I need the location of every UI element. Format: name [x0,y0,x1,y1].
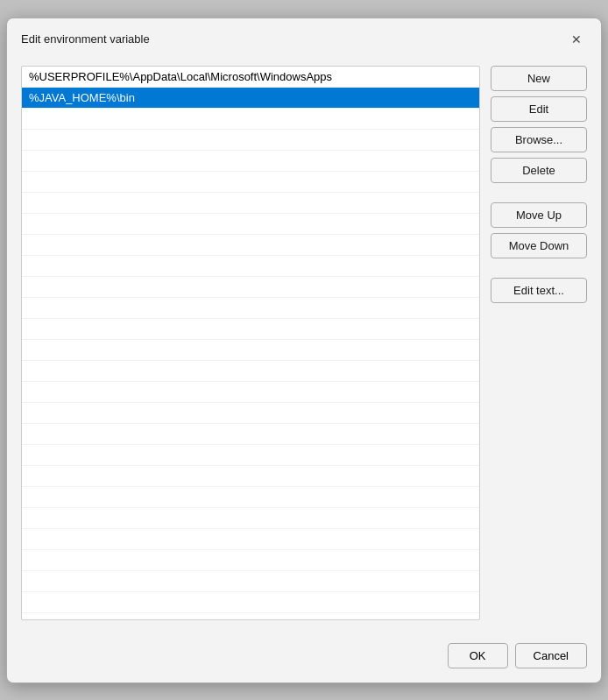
close-button[interactable]: ✕ [566,29,587,50]
list-empty-row [22,550,479,571]
list-empty-row [22,277,479,298]
list-empty-row [22,340,479,361]
list-empty-row [22,172,479,193]
list-empty-row [22,193,479,214]
edit-button[interactable]: Edit [491,96,587,122]
env-list-container[interactable]: %USERPROFILE%\AppData\Local\Microsoft\Wi… [21,66,480,620]
ok-button[interactable]: OK [448,643,508,668]
spacer-1 [491,188,587,197]
move-down-button[interactable]: Move Down [491,233,587,258]
list-item[interactable]: %JAVA_HOME%\bin [22,88,479,109]
dialog-title: Edit environment variable [21,32,150,46]
list-empty-row [22,466,479,487]
spacer-2 [491,264,587,272]
list-item[interactable]: %USERPROFILE%\AppData\Local\Microsoft\Wi… [22,67,479,88]
move-up-button[interactable]: Move Up [491,202,587,228]
cancel-button[interactable]: Cancel [515,643,587,668]
list-empty-row [22,151,479,172]
list-empty-row [22,571,479,592]
list-empty-row [22,214,479,235]
new-button[interactable]: New [491,66,587,91]
list-empty-row [22,529,479,550]
dialog-footer: OK Cancel [7,634,601,682]
list-empty-row [22,508,479,529]
list-empty-row [22,424,479,445]
main-content: %USERPROFILE%\AppData\Local\Microsoft\Wi… [7,57,601,634]
buttons-panel: New Edit Browse... Delete Move Up Move D… [491,66,587,620]
list-empty-row [22,382,479,403]
list-empty-row [22,109,479,130]
list-empty-row [22,361,479,382]
browse-button[interactable]: Browse... [491,127,587,152]
list-empty-row [22,130,479,151]
list-empty-row [22,592,479,613]
list-empty-row [22,298,479,319]
list-empty-row [22,487,479,508]
edit-env-variable-dialog: Edit environment variable ✕ %USERPROFILE… [6,18,602,683]
delete-button[interactable]: Delete [491,158,587,183]
edit-text-button[interactable]: Edit text... [491,278,587,303]
list-empty-row [22,256,479,277]
list-empty-row [22,445,479,466]
list-empty-row [22,235,479,256]
title-bar: Edit environment variable ✕ [7,18,601,57]
list-empty-row [22,319,479,340]
list-empty-row [22,403,479,424]
